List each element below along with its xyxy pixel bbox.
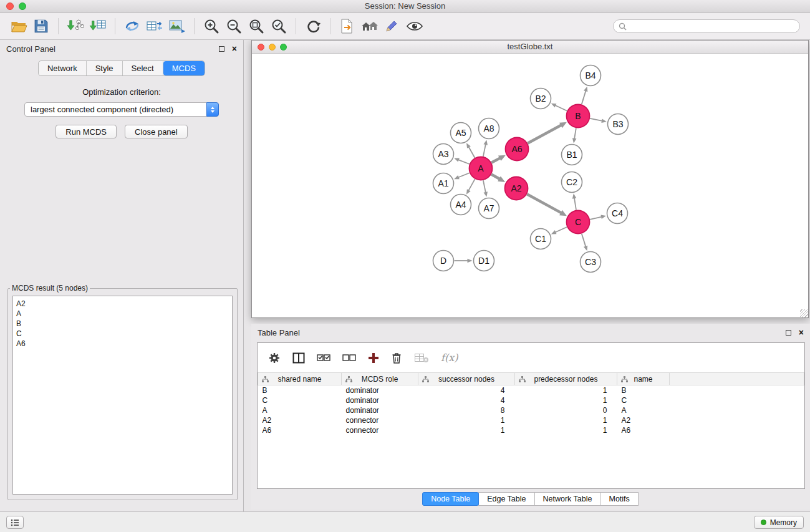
show-columns-button[interactable] [292,352,305,364]
open-session-button[interactable] [7,15,30,37]
delete-table-button[interactable] [414,352,429,364]
close-panel-button[interactable]: Close panel [125,125,188,138]
zoom-in-button[interactable] [200,15,223,37]
graph-edge-B-B4[interactable] [582,90,586,104]
graph-edge-A-A2[interactable] [491,175,499,180]
tab-node-table[interactable]: Node Table [422,492,479,506]
graph-edge-A6-B[interactable] [528,125,561,143]
tab-network-table[interactable]: Network Table [534,492,601,506]
network-canvas[interactable]: B4B2BB3A5A8A6A3B1AC2A1A2A4A7C4CC1DD1C3 [252,54,808,317]
graph-edge-B-B2[interactable] [555,105,567,111]
graph-node-D1[interactable]: D1 [474,251,494,271]
graph-edge-A2-C[interactable] [527,194,561,213]
graph-node-A6[interactable]: A6 [506,138,529,161]
graph-node-C4[interactable]: C4 [607,203,628,224]
mcds-result-list[interactable]: A2 A B C A6 [12,296,233,495]
graph-edge-B-B3[interactable] [590,118,602,121]
graph-node-C[interactable]: C [567,211,590,234]
tab-mcds[interactable]: MCDS [163,61,205,75]
graph-node-A2[interactable]: A2 [505,177,528,200]
close-panel-icon[interactable]: × [232,45,237,52]
float-panel-icon[interactable] [786,330,791,336]
delete-column-button[interactable] [391,352,402,364]
graph-edge-A-A1[interactable] [458,173,470,177]
column-header-mcds-role[interactable]: MCDS role [342,373,418,385]
apply-layout-button[interactable] [302,15,324,37]
graph-node-C1[interactable]: C1 [531,229,551,249]
column-header-predecessor-nodes[interactable]: predecessor nodes [515,373,617,385]
function-builder-button[interactable]: f(x) [441,352,458,364]
export-document-button[interactable] [336,15,359,37]
graph-edge-A-A7[interactable] [483,180,486,193]
graph-node-A4[interactable]: A4 [451,195,471,215]
graph-node-A5[interactable]: A5 [451,123,471,143]
network-window-titlebar[interactable]: testGlobe.txt [252,41,808,54]
annotation-button[interactable] [381,15,403,37]
table-row[interactable]: A2connector11A2 [258,415,804,425]
float-panel-icon[interactable] [219,46,224,52]
zoom-window-button[interactable] [19,2,26,10]
column-header-name[interactable]: name [617,373,670,385]
import-network-button[interactable] [64,15,87,37]
graph-node-A1[interactable]: A1 [433,173,454,194]
graph-edge-A-A3[interactable] [458,160,470,164]
graph-node-B4[interactable]: B4 [581,65,601,86]
graph-node-A7[interactable]: A7 [479,198,499,219]
graph-node-B1[interactable]: B1 [562,145,582,165]
tab-motifs[interactable]: Motifs [600,492,638,506]
minimize-network-window-button[interactable] [269,44,276,51]
zoom-out-button[interactable] [223,15,245,37]
column-header-shared-name[interactable]: shared name [258,373,342,385]
graph-node-C3[interactable]: C3 [581,252,601,273]
add-column-button[interactable] [368,352,379,364]
criterion-dropdown[interactable]: largest connected component (directed) [24,102,219,117]
deselect-all-button[interactable] [342,353,356,363]
graph-edge-A-A4[interactable] [468,179,475,191]
graph-edge-C-C1[interactable] [555,227,567,233]
zoom-network-window-button[interactable] [280,44,287,51]
zoom-selected-button[interactable] [268,15,290,37]
memory-button[interactable]: Memory [754,516,804,529]
show-details-button[interactable] [403,15,426,37]
graph-node-B[interactable]: B [567,105,590,128]
tab-style[interactable]: Style [87,61,123,75]
save-session-button[interactable] [30,15,52,37]
close-window-button[interactable] [6,2,14,10]
graph-node-A8[interactable]: A8 [479,118,499,139]
zoom-fit-button[interactable] [245,15,268,37]
task-history-button[interactable] [6,516,24,529]
import-table-button[interactable] [87,15,109,37]
graph-edge-B-B1[interactable] [574,128,576,139]
graph-edge-A-A6[interactable] [491,158,500,162]
graph-node-A3[interactable]: A3 [433,144,454,165]
graph-edge-A-A8[interactable] [483,144,486,157]
ndex-button[interactable] [359,15,381,37]
export-network-button[interactable] [121,15,143,37]
graph-edge-C-C4[interactable] [590,217,602,220]
resize-grip[interactable] [800,309,808,317]
graph-node-A[interactable]: A [470,157,493,180]
table-row[interactable]: A6connector11A6 [258,425,804,435]
export-image-button[interactable] [166,15,188,37]
graph-edge-A-A5[interactable] [468,147,475,158]
tab-select[interactable]: Select [123,61,163,75]
column-header-successor-nodes[interactable]: successor nodes [418,373,515,385]
graph-node-D[interactable]: D [433,251,454,271]
run-mcds-button[interactable]: Run MCDS [55,125,117,138]
graph-node-C2[interactable]: C2 [562,172,582,193]
export-table-button[interactable] [143,15,166,37]
table-row[interactable]: Bdominator41B [258,385,804,395]
graph-node-B2[interactable]: B2 [531,89,551,109]
table-row[interactable]: Adominator80A [258,405,804,415]
graph-node-B3[interactable]: B3 [608,114,629,135]
close-network-window-button[interactable] [258,44,264,51]
graph-edge-C-C2[interactable] [574,198,576,210]
select-all-button[interactable] [317,353,330,363]
graph-edge-C-C3[interactable] [582,234,586,247]
tab-edge-table[interactable]: Edge Table [478,492,534,506]
close-panel-icon[interactable]: × [799,329,804,336]
search-input[interactable] [613,19,800,33]
table-row[interactable]: Cdominator41C [258,395,804,405]
tab-network[interactable]: Network [39,61,87,75]
table-settings-button[interactable] [268,352,281,364]
